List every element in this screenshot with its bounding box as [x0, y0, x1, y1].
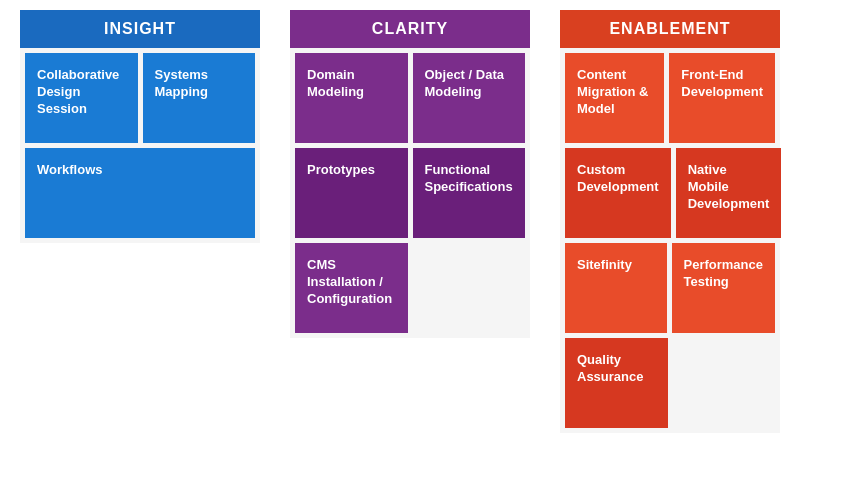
enablement-cell-sitefinity: Sitefinity: [565, 243, 667, 333]
enablement-column: ENABLEMENT Content Migration & Model Fro…: [560, 10, 780, 433]
insight-cell-systems-mapping: Systems Mapping: [143, 53, 256, 143]
clarity-cell-object-data-modeling: Object / Data Modeling: [413, 53, 526, 143]
enablement-cell-custom-dev: Custom Development: [565, 148, 671, 238]
clarity-cell-domain-modeling: Domain Modeling: [295, 53, 408, 143]
enablement-cell-frontend-dev: Front-End Development: [669, 53, 775, 143]
enablement-cell-quality-assurance: Quality Assurance: [565, 338, 668, 428]
enablement-cell-content-migration: Content Migration & Model: [565, 53, 664, 143]
enablement-cell-native-mobile: Native Mobile Development: [676, 148, 782, 238]
enablement-cell-performance-testing: Performance Testing: [672, 243, 775, 333]
insight-cell-workflows: Workflows: [25, 148, 255, 238]
page-container: INSIGHT Collaborative Design Session Sys…: [20, 10, 844, 433]
insight-column: INSIGHT Collaborative Design Session Sys…: [20, 10, 260, 243]
enablement-header: ENABLEMENT: [560, 10, 780, 48]
insight-cell-collaborative: Collaborative Design Session: [25, 53, 138, 143]
clarity-cell-cms: CMS Installation / Configuration: [295, 243, 408, 333]
clarity-column: CLARITY Domain Modeling Object / Data Mo…: [290, 10, 530, 338]
clarity-header: CLARITY: [290, 10, 530, 48]
clarity-cell-functional-spec: Functional Specifications: [413, 148, 526, 238]
insight-header: INSIGHT: [20, 10, 260, 48]
clarity-cell-prototypes: Prototypes: [295, 148, 408, 238]
